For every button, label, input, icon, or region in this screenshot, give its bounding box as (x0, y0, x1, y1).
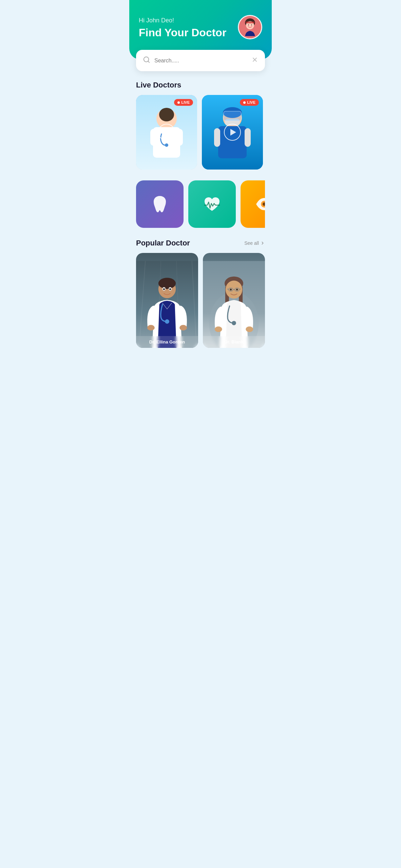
search-container (129, 50, 272, 71)
live-doctor-card[interactable]: LIVE (202, 95, 263, 170)
live-doctors-scroll: LIVE (136, 95, 265, 171)
eye-icon (253, 193, 265, 215)
main-content: Live Doctors (129, 71, 272, 355)
live-doctors-section: Live Doctors (136, 81, 265, 171)
svg-point-57 (163, 289, 165, 290)
svg-point-74 (246, 327, 253, 332)
heart-icon (201, 193, 223, 215)
specialty-scroll (136, 180, 265, 229)
svg-point-71 (236, 289, 238, 291)
popular-doctor-card[interactable]: Dr. Ellina Gorden (136, 253, 198, 348)
svg-point-3 (248, 24, 249, 25)
live-doctors-header: Live Doctors (136, 81, 265, 90)
svg-rect-5 (246, 22, 254, 24)
svg-point-70 (230, 289, 232, 291)
live-label: LIVE (182, 100, 190, 104)
live-badge: LIVE (240, 99, 259, 106)
doctor-image-1 (136, 253, 198, 348)
search-input[interactable] (154, 58, 247, 64)
svg-point-72 (232, 321, 236, 326)
svg-rect-23 (214, 128, 220, 147)
play-triangle (230, 129, 236, 136)
svg-line-7 (148, 61, 149, 63)
live-badge: LIVE (174, 99, 193, 106)
popular-doctors-header: Popular Doctor See all (136, 239, 265, 248)
svg-point-52 (165, 319, 169, 324)
svg-rect-24 (245, 128, 251, 147)
svg-rect-17 (176, 129, 183, 146)
live-doctors-title: Live Doctors (136, 81, 181, 90)
popular-doctors-title: Popular Doctor (136, 239, 190, 248)
svg-point-4 (251, 24, 252, 25)
svg-point-73 (215, 327, 222, 332)
svg-rect-16 (150, 129, 157, 146)
avatar-image (239, 16, 261, 38)
svg-point-53 (147, 325, 155, 331)
see-all-label: See all (244, 240, 259, 246)
play-button[interactable] (158, 124, 175, 141)
popular-doctors-section: Popular Doctor See all (136, 239, 265, 348)
svg-point-58 (169, 289, 171, 290)
doctor-name: Dr. Blank (203, 336, 265, 348)
play-button[interactable] (224, 124, 241, 141)
svg-point-15 (165, 143, 168, 147)
search-bar (136, 50, 265, 71)
search-clear-button[interactable] (251, 56, 258, 65)
specialty-card-cardiology[interactable] (188, 180, 236, 228)
doctor-name: Dr. Ellina Gorden (136, 336, 198, 348)
see-all-link[interactable]: See all (244, 240, 265, 246)
svg-point-54 (179, 325, 187, 331)
svg-rect-25 (224, 111, 241, 121)
specialty-card-dental[interactable] (136, 180, 184, 228)
live-doctor-card[interactable]: LIVE (136, 95, 197, 170)
specialty-section (136, 180, 265, 229)
svg-point-51 (158, 278, 176, 289)
svg-point-12 (159, 108, 174, 121)
user-avatar[interactable] (238, 15, 262, 39)
popular-doctor-card[interactable]: Dr. Blank (203, 253, 265, 348)
popular-doctors-grid: Dr. Ellina Gorden (136, 253, 265, 348)
doctor-image-2 (203, 253, 265, 348)
tooth-icon (149, 193, 171, 215)
search-icon (143, 56, 150, 65)
live-label: LIVE (247, 100, 255, 104)
play-triangle (165, 129, 170, 136)
specialty-card-eye[interactable] (241, 180, 265, 228)
chevron-right-icon (260, 241, 265, 245)
